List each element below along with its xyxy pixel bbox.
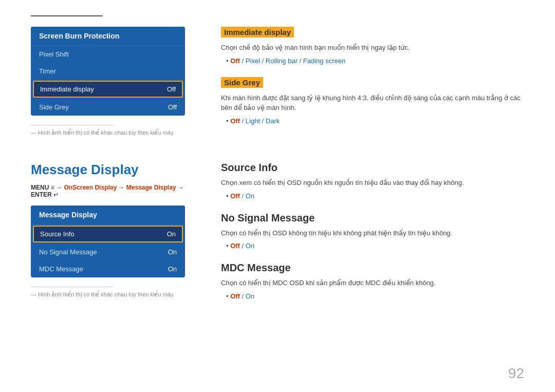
source-info-title: Source Info — [221, 162, 524, 174]
menu-item-label: MDC Message — [39, 265, 83, 273]
menu-item-source-info[interactable]: Source Info On — [33, 226, 183, 242]
menu-item-value: Off — [167, 85, 176, 93]
arrow3: → — [178, 184, 184, 191]
menu-item-label: Source Info — [40, 230, 75, 238]
menu-item-timer[interactable]: Timer — [31, 63, 185, 80]
separator — [31, 125, 113, 125]
opt-off-si: Off — [230, 192, 240, 200]
opt-off: Off — [230, 57, 240, 65]
menu-item-pixel-shift[interactable]: Pixel Shift — [31, 46, 185, 63]
opt-off-mdc: Off — [230, 292, 240, 300]
side-grey-section: Side Grey Khi màn hình được đặt sang tỷ … — [221, 77, 524, 125]
immediate-display-desc: Chọn chế độ bảo vệ màn hình bạn muốn hiể… — [221, 43, 524, 53]
side-grey-options: Off / Light / Dark — [226, 117, 524, 125]
menu-nav: MENU ≡ → OnScreen Display → Message Disp… — [31, 184, 195, 198]
mdc-message-desc: Chọn có hiển thị MDC OSD khi sản phẩm đư… — [221, 278, 524, 288]
no-signal-desc: Chọn có hiển thị OSD không tín hiệu khi … — [221, 228, 524, 238]
footnote-top: ― Hình ảnh hiển thị có thể khác nhau tùy… — [31, 129, 195, 136]
menu-item-label: Immediate display — [40, 85, 94, 93]
side-grey-title: Side Grey — [221, 77, 263, 88]
menu-item-no-signal[interactable]: No Signal Message On — [31, 244, 185, 260]
menu-label: MENU — [31, 184, 49, 191]
menu-item-value: On — [167, 230, 176, 238]
no-signal-section: No Signal Message Chọn có hiển thị OSD k… — [221, 212, 524, 250]
menu-item-side-grey[interactable]: Side Grey Off — [31, 99, 185, 116]
side-grey-desc: Khi màn hình được đặt sang tỷ lệ khung h… — [221, 93, 524, 113]
menu-item-label: Side Grey — [39, 103, 69, 111]
menu-item-label: No Signal Message — [39, 248, 97, 256]
mdc-message-section: MDC Message Chọn có hiển thị MDC OSD khi… — [221, 262, 524, 300]
opt-off-sg: Off — [230, 117, 240, 125]
mdc-message-options: Off / On — [226, 292, 524, 300]
mdc-message-title: MDC Message — [221, 262, 524, 274]
menu-header: Screen Burn Protection — [31, 27, 185, 46]
message-link: Message Display — [126, 184, 176, 191]
footnote-bottom: ― Hình ảnh hiển thị có thể khác nhau tùy… — [31, 291, 195, 298]
no-signal-options: Off / On — [226, 242, 524, 250]
menu-item-value: Off — [168, 103, 177, 111]
menu-item-immediate-display[interactable]: Immediate display Off — [33, 81, 183, 98]
source-info-options: Off / On — [226, 192, 524, 200]
menu-item-label: Timer — [39, 67, 56, 75]
top-divider — [31, 15, 103, 16]
source-info-desc: Chọn xem có hiển thị OSD nguồn khi nguồn… — [221, 178, 524, 188]
opt-off-ns: Off — [230, 242, 240, 250]
message-display-menu: Message Display Source Info On No Signal… — [31, 206, 185, 277]
arrow2: → — [118, 184, 126, 191]
no-signal-title: No Signal Message — [221, 212, 524, 224]
screen-burn-menu: Screen Burn Protection Pixel Shift Timer… — [31, 27, 185, 116]
source-info-section: Source Info Chọn xem có hiển thị OSD ngu… — [221, 162, 524, 200]
arrow1: → — [56, 184, 64, 191]
enter-label: ENTER — [31, 191, 52, 198]
menu-item-mdc-message[interactable]: MDC Message On — [31, 260, 185, 277]
opt-on-si: / On — [242, 192, 255, 200]
menu-item-value: On — [168, 265, 177, 273]
menu-icon: ≡ — [51, 184, 56, 191]
separator-bottom — [31, 287, 113, 287]
immediate-display-section: Immediate display Chọn chế độ bảo vệ màn… — [221, 27, 524, 65]
enter-icon: ↵ — [53, 191, 59, 198]
onscreen-link: OnScreen Display — [64, 184, 117, 191]
menu-item-value: On — [168, 248, 177, 256]
message-menu-header: Message Display — [31, 206, 185, 225]
menu-item-label: Pixel Shift — [39, 50, 69, 58]
immediate-display-title: Immediate display — [221, 27, 294, 38]
opt-on-mdc: / On — [242, 292, 255, 300]
page-number: 92 — [508, 365, 524, 382]
opt-light-dark: / Light / Dark — [242, 117, 280, 125]
immediate-display-options: Off / Pixel / Rolling bar / Fading scree… — [226, 57, 524, 65]
opt-on-ns: / On — [242, 242, 255, 250]
message-display-title: Message Display — [31, 162, 195, 178]
opt-pixel: / Pixel / Rolling bar / Fading screen — [242, 57, 346, 65]
